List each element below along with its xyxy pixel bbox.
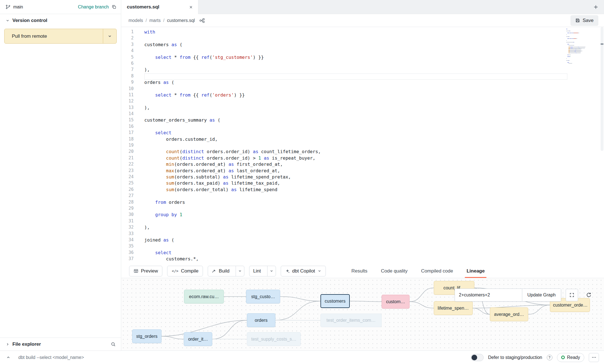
minimap[interactable]: [566, 29, 589, 64]
code-line[interactable]: ),: [144, 225, 567, 231]
code-line[interactable]: [144, 73, 567, 80]
code-line[interactable]: [144, 35, 567, 42]
code-line[interactable]: [144, 61, 567, 67]
code-line[interactable]: [144, 86, 567, 92]
code-line[interactable]: select: [144, 130, 567, 136]
breadcrumb-item[interactable]: marts: [149, 18, 161, 23]
lint-button[interactable]: Lint: [249, 266, 264, 276]
code-line[interactable]: [144, 244, 567, 250]
code-line[interactable]: [144, 124, 567, 130]
compile-button[interactable]: </> Compile: [167, 266, 203, 276]
code-line[interactable]: [144, 218, 567, 225]
update-graph-button[interactable]: Update Graph: [522, 289, 561, 301]
code-line[interactable]: max(orders.ordered_at) as last_ordered_a…: [144, 168, 567, 174]
code-line[interactable]: [144, 206, 567, 212]
change-branch-link[interactable]: Change branch: [78, 5, 109, 10]
lineage-edge: [410, 302, 434, 308]
lineage-node-stg_customers[interactable]: stg_custo…: [246, 290, 280, 303]
lineage-node-orders[interactable]: orders: [247, 313, 275, 327]
search-icon[interactable]: [111, 342, 116, 347]
pull-options-caret[interactable]: [103, 29, 116, 43]
lineage-icon[interactable]: [199, 18, 205, 23]
code-line[interactable]: group by 1: [144, 212, 567, 218]
line-number: 19: [121, 143, 139, 149]
code-line[interactable]: select * from {{ ref('stg_customers') }}: [144, 55, 567, 61]
build-button[interactable]: Build: [208, 266, 233, 276]
save-button[interactable]: Save: [570, 15, 598, 26]
pull-from-remote-label: Pull from remote: [5, 34, 103, 39]
code-line[interactable]: sum(orders.tax_paid) as lifetime_tax_pai…: [144, 180, 567, 187]
lineage-node-ecom[interactable]: ecom.raw.cu…: [184, 290, 224, 303]
command-bar-placeholder[interactable]: dbt build --select <model_name>: [18, 355, 84, 360]
lineage-node-customers_err[interactable]: custom…: [382, 295, 410, 309]
code-line[interactable]: select: [144, 250, 567, 256]
code-line[interactable]: orders.customer_id,: [144, 137, 567, 143]
code-editor[interactable]: 1234567891011121314151617181920212223242…: [121, 27, 604, 264]
code-line[interactable]: ),: [144, 67, 567, 73]
lineage-node-avg_order[interactable]: average_ord…: [490, 307, 528, 321]
line-number: 34: [121, 237, 139, 244]
tab-results[interactable]: Results: [346, 264, 373, 278]
lineage-node-lifetime_spend[interactable]: lifetime_spen…: [434, 301, 473, 315]
copy-icon[interactable]: [112, 5, 116, 9]
lineage-node-customers[interactable]: customers: [320, 294, 350, 308]
code-line[interactable]: count(distinct orders.order_id) as count…: [144, 149, 567, 155]
lineage-node-test_order_items[interactable]: test_order_items_com…: [320, 314, 382, 327]
code-line[interactable]: from orders: [144, 200, 567, 206]
lineage-node-test_supply[interactable]: test_supply_costs_s…: [247, 332, 301, 346]
git-branch-icon: [6, 5, 10, 9]
code-line[interactable]: joined as (: [144, 237, 567, 244]
code-line[interactable]: [144, 99, 567, 105]
breadcrumb-item[interactable]: customers.sql: [167, 18, 195, 23]
preview-button[interactable]: Preview: [129, 266, 162, 276]
code-line[interactable]: [144, 111, 567, 117]
editor-toolbar: Preview </> Compile Build: [121, 264, 604, 278]
lint-options-caret[interactable]: [267, 266, 276, 276]
line-number: 14: [121, 111, 139, 117]
code-line[interactable]: [144, 48, 567, 54]
dbt-copilot-button[interactable]: dbt Copilot: [281, 266, 326, 276]
pull-from-remote-button[interactable]: Pull from remote: [4, 29, 117, 44]
code-line[interactable]: [144, 193, 567, 199]
code-line[interactable]: customers as (: [144, 42, 567, 48]
lineage-node-stg_orders[interactable]: stg_orders: [132, 329, 161, 343]
tab-lineage[interactable]: Lineage: [461, 264, 490, 278]
code-line[interactable]: [144, 143, 567, 149]
line-number: 13: [121, 105, 139, 111]
help-icon[interactable]: ?: [547, 355, 552, 360]
lineage-edge: [280, 297, 320, 301]
code-line[interactable]: count(distinct orders.order_id) > 1 as i…: [144, 155, 567, 162]
scrollbar-thumb[interactable]: [601, 27, 603, 151]
code-line[interactable]: min(orders.ordered_at) as first_ordered_…: [144, 162, 567, 168]
file-explorer-header[interactable]: File explorer: [0, 338, 121, 350]
code-line[interactable]: [144, 231, 567, 237]
code-line[interactable]: ),: [144, 105, 567, 111]
status-badge[interactable]: Ready: [557, 353, 584, 362]
breadcrumb-item[interactable]: models: [129, 18, 143, 23]
tab-customers-sql[interactable]: customers.sql: [121, 0, 198, 14]
close-icon[interactable]: [189, 5, 193, 9]
code-line[interactable]: with: [144, 29, 567, 35]
code-line[interactable]: customer_orders_summary as (: [144, 117, 567, 124]
defer-toggle[interactable]: [471, 354, 484, 361]
fullscreen-button[interactable]: [566, 289, 578, 301]
lineage-node-order_items[interactable]: order_it…: [184, 332, 212, 346]
build-label: Build: [219, 268, 229, 274]
new-tab-button[interactable]: [588, 0, 604, 14]
code-line[interactable]: sum(orders.order_total) as lifetime_spen…: [144, 187, 567, 193]
version-control-header[interactable]: Version control: [0, 14, 121, 27]
more-options-button[interactable]: [589, 353, 599, 362]
editor-scrollbar[interactable]: [600, 27, 604, 264]
lineage-selector-input[interactable]: [455, 289, 522, 301]
chevron-up-icon[interactable]: [6, 355, 10, 359]
code-line[interactable]: select * from {{ ref('orders') }}: [144, 92, 567, 99]
code-line[interactable]: orders as (: [144, 80, 567, 86]
lineage-panel[interactable]: ecom.raw.cu…stg_custo…customerscustom…co…: [121, 278, 604, 350]
refresh-graph-button[interactable]: [583, 289, 595, 301]
code-line[interactable]: sum(orders.subtotal) as lifetime_spend_p…: [144, 174, 567, 180]
build-options-caret[interactable]: [236, 266, 244, 276]
code-area[interactable]: with customers as ( select * from {{ ref…: [139, 27, 604, 264]
tab-code-quality[interactable]: Code quality: [376, 264, 413, 278]
tab-compiled-code[interactable]: Compiled code: [416, 264, 458, 278]
code-line[interactable]: customers.*,: [144, 256, 567, 262]
